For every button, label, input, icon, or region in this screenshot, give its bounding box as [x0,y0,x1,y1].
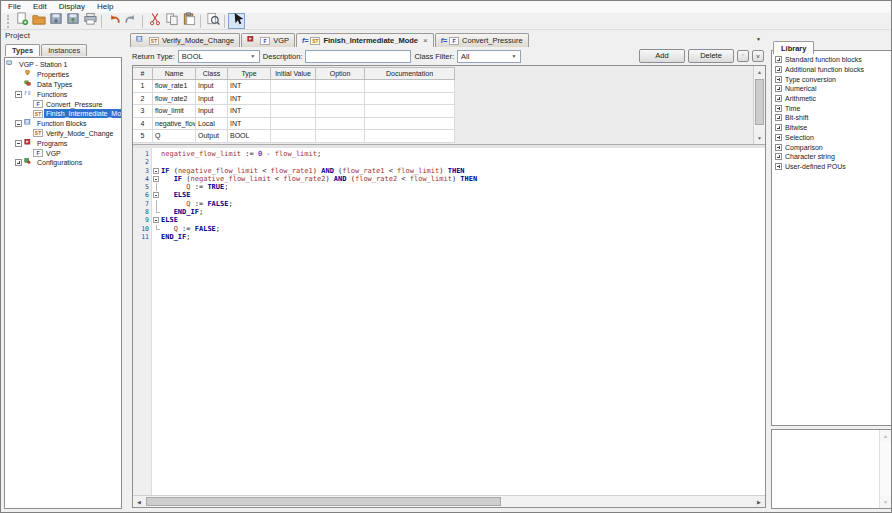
fold-marker-icon[interactable] [152,191,161,199]
code-line[interactable]: 6 ELSE [133,191,765,199]
select-cursor-button[interactable] [228,13,245,29]
grid-cell[interactable]: Output [196,130,228,143]
grid-cell[interactable] [271,93,316,106]
code-line[interactable]: 9ELSE [133,216,765,224]
fold-collapse-icon[interactable] [153,176,159,182]
copy-button[interactable] [163,13,180,29]
description-input[interactable] [305,50,411,63]
grid-cell[interactable]: Q [153,130,196,143]
grid-cell[interactable] [365,105,455,118]
fold-marker-icon[interactable] [152,167,161,175]
tree-expander-icon[interactable] [775,114,782,121]
tab-overflow-button[interactable]: ▼ [752,34,765,45]
tree-item-convert-pressure[interactable]: FConvert_Pressure [5,99,121,109]
grid-cell[interactable]: INT [228,105,271,118]
tree-expander-icon[interactable] [775,153,782,160]
grid-cell[interactable] [365,118,455,131]
tree-expander-icon[interactable] [775,66,782,73]
code-line[interactable]: 1negative_flow_limit := 0 - flow_limit; [133,150,765,158]
grid-cell[interactable] [316,93,365,106]
tree-expander-icon[interactable] [775,134,782,141]
delete-button[interactable]: Delete [688,49,734,63]
tree-expander-icon[interactable] [15,140,22,147]
library-item-bit-shift[interactable]: Bit-shift [772,113,891,123]
zoom-preview-button[interactable] [204,13,221,29]
tree-expander-icon[interactable] [775,163,782,170]
grid-cell[interactable]: flow_rate1 [153,80,196,93]
grid-cell[interactable]: INT [228,93,271,106]
code-line[interactable]: 3IF (negative_flow_limit < flow_rate1) A… [133,167,765,175]
grid-cell[interactable]: Input [196,93,228,106]
move-up-button[interactable]: ^ [737,50,749,62]
undo-button[interactable] [105,13,122,29]
grid-cell[interactable] [271,80,316,93]
code-line[interactable]: 8 END_IF; [133,208,765,216]
library-detail-vscrollbar[interactable]: ▲ ▼ [879,430,891,508]
library-item-additional-function-blocks[interactable]: Additional function blocks [772,65,891,75]
grid-header-documentation[interactable]: Documentation [365,67,455,80]
library-item-user-defined-pous[interactable]: User-defined POUs [772,162,891,172]
editor-tab-convert_pressure[interactable]: f=FConvert_Pressure [435,33,529,47]
print-button[interactable] [81,13,98,29]
grid-cell[interactable] [365,130,455,143]
grid-cell[interactable]: INT [228,118,271,131]
grid-cell[interactable]: flow_limit [153,105,196,118]
grid-header-num[interactable]: # [133,67,153,80]
tree-item-finish-intermediate-mode[interactable]: STFinish_Intermediate_Mode [5,109,121,119]
tree-expander-icon[interactable] [775,105,782,112]
tree-expander-icon[interactable] [775,144,782,151]
tree-item-verify-mode-change[interactable]: STVerify_Mode_Change [5,129,121,139]
grid-cell[interactable] [316,130,365,143]
grid-cell[interactable] [316,105,365,118]
save-button[interactable] [47,13,64,29]
library-item-selection[interactable]: Selection [772,133,891,143]
fold-collapse-icon[interactable] [153,192,159,198]
grid-header-name[interactable]: Name [153,67,196,80]
project-tab-types[interactable]: Types [5,44,40,56]
new-file-button[interactable] [13,13,30,29]
grid-cell[interactable]: Local [196,118,228,131]
project-tab-instances[interactable]: Instances [41,44,87,56]
library-item-character-string[interactable]: Character string [772,152,891,162]
vscrollbar-thumb[interactable] [755,79,764,125]
move-down-button[interactable]: v [752,50,764,62]
scroll-down-icon[interactable]: ▼ [880,496,891,508]
grid-cell[interactable]: flow_rate2 [153,93,196,106]
editor-tab-vgp[interactable]: FVGP [241,33,295,47]
grid-cell[interactable] [365,93,455,106]
code-line[interactable]: 7 Q := FALSE; [133,200,765,208]
open-button[interactable] [30,13,47,29]
fold-marker-icon[interactable] [152,175,161,183]
grid-cell[interactable]: BOOL [228,130,271,143]
code-line[interactable]: 2 [133,158,765,166]
close-tab-icon[interactable]: × [423,36,428,45]
grid-header-type[interactable]: Type [228,67,271,80]
tree-expander-icon[interactable] [15,120,22,127]
code-line[interactable]: 5 Q := TRUE; [133,183,765,191]
code-line[interactable]: 4 IF (negative_flow_limit < flow_rate2) … [133,175,765,183]
library-item-standard-function-blocks[interactable]: Standard function blocks [772,55,891,65]
redo-button[interactable] [122,13,139,29]
scroll-down-icon[interactable]: ▼ [754,132,765,144]
library-item-arithmetic[interactable]: Arithmetic [772,94,891,104]
grid-cell[interactable] [271,118,316,131]
tree-expander-icon[interactable] [775,85,782,92]
tree-item-properties[interactable]: Properties [5,70,121,80]
tree-item-programs[interactable]: Programs [5,138,121,148]
grid-cell[interactable] [316,80,365,93]
fold-marker-icon[interactable] [152,216,161,224]
grid-cell[interactable] [271,105,316,118]
scroll-up-icon[interactable]: ▲ [880,430,891,442]
code-hscrollbar[interactable]: ◀ ▶ [133,495,765,507]
library-item-numerical[interactable]: Numerical [772,84,891,94]
grid-header-initial-value[interactable]: Initial Value [271,67,316,80]
fold-collapse-icon[interactable] [153,168,159,174]
library-item-bitwise[interactable]: Bitwise [772,123,891,133]
editor-tab-verify_mode_change[interactable]: STVerify_Mode_Change [130,33,240,47]
paste-button[interactable] [180,13,197,29]
grid-cell[interactable]: Input [196,105,228,118]
code-line[interactable]: 10 Q := FALSE; [133,225,765,233]
grid-header-class[interactable]: Class [196,67,228,80]
scroll-left-icon[interactable]: ◀ [133,496,145,507]
grid-cell[interactable] [271,130,316,143]
